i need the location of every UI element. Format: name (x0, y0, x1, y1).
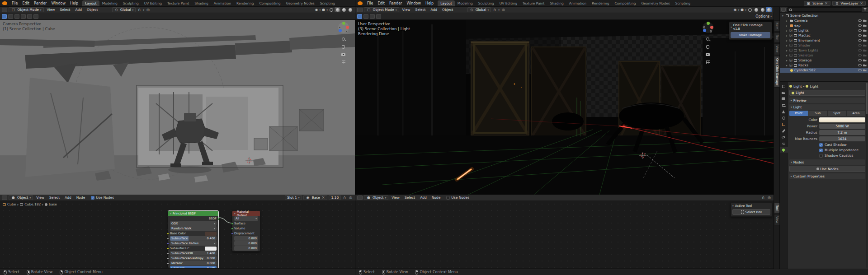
use-nodes-button[interactable]: Use Nodes (789, 166, 865, 172)
hide-eye-toggle[interactable] (858, 33, 862, 37)
render-visibility-toggle[interactable] (863, 28, 867, 33)
workspace-tab-geometry-nodes[interactable]: Geometry Nodes (638, 0, 672, 6)
panel-collapse-icon[interactable]: ▾ (732, 205, 734, 207)
menu-view[interactable]: View (390, 196, 401, 200)
subsurface-ior-socket[interactable] (167, 252, 169, 255)
outliner-row-racks[interactable]: ▸✓ Racks (780, 63, 868, 68)
gizmo-neg-x-axis[interactable] (703, 26, 705, 28)
gizmo-neg-x-axis[interactable] (339, 26, 341, 28)
render-visibility-toggle[interactable] (863, 38, 867, 42)
blender-logo-icon[interactable] (2, 1, 7, 5)
3d-viewport-right-scene[interactable] (355, 20, 774, 195)
surface-input-socket[interactable] (231, 223, 233, 225)
workspace-tab-shading[interactable]: Shading (192, 0, 211, 6)
menu-help[interactable]: Help (423, 1, 436, 5)
collection-checkbox[interactable]: ✓ (789, 29, 793, 32)
workspace-tab-rendering[interactable]: Rendering (589, 0, 612, 6)
collection-checkbox[interactable] (789, 54, 793, 57)
snap-magnet-icon[interactable]: ∩ (492, 8, 497, 12)
base-color-socket[interactable] (167, 233, 169, 235)
render-visibility-toggle[interactable] (863, 68, 867, 72)
workspace-tab-texture-paint[interactable]: Texture Paint (165, 0, 192, 6)
tool-option-icon-5[interactable] (33, 14, 38, 19)
max-bounces-field[interactable]: 1024 (819, 136, 865, 141)
properties-tab-object-data[interactable] (780, 147, 788, 153)
properties-tab-object[interactable] (780, 121, 788, 127)
node-header[interactable]: ▾Material Output (232, 211, 260, 216)
pan-hand-icon[interactable] (705, 44, 711, 50)
workspace-tab-layout[interactable]: Layout (438, 0, 455, 6)
light-color-swatch[interactable] (819, 117, 865, 122)
shading-material-button[interactable] (341, 7, 347, 12)
3d-viewport-left[interactable]: Camera Perspective (1) Scene Collection … (0, 20, 355, 195)
outliner-row-skeleton[interactable]: ▸ Skeleton (780, 53, 868, 58)
transform-orientation-dropdown[interactable]: ◇Global▾ (112, 7, 136, 12)
properties-tab-render[interactable] (780, 90, 788, 96)
workspace-tab-compositing[interactable]: Compositing (256, 0, 283, 6)
gizmo-x-axis[interactable] (710, 26, 713, 29)
render-visibility-toggle[interactable] (863, 33, 867, 37)
select-box-tool-button[interactable]: Select Box (732, 209, 770, 215)
menu-render[interactable]: Render (32, 1, 49, 5)
menu-node[interactable]: Node (75, 196, 87, 200)
subsurface-color-swatch[interactable] (205, 247, 217, 251)
specular-slider[interactable]: Specular0.500 (170, 266, 217, 268)
mode-dropdown[interactable]: ▢Object Mode▾ (364, 7, 399, 12)
hide-eye-toggle[interactable] (858, 38, 862, 42)
subsurface-slider[interactable]: Subsurface0.400 (170, 236, 217, 241)
render-visibility-toggle[interactable] (863, 63, 867, 67)
hide-eye-toggle[interactable] (858, 19, 862, 23)
tool-option-icon-4[interactable] (27, 14, 32, 19)
pan-hand-icon[interactable] (340, 44, 346, 50)
collection-checkbox[interactable]: ✓ (789, 64, 793, 67)
hide-eye-toggle[interactable] (858, 53, 862, 57)
menu-file[interactable]: File (9, 1, 20, 5)
outliner-row-storage[interactable]: ▸✓ Storage (780, 58, 868, 63)
workspace-tab-rendering[interactable]: Rendering (234, 0, 256, 6)
menu-select[interactable]: Select (403, 196, 417, 200)
subsurface-anisotropy-socket[interactable] (167, 257, 169, 260)
cast-shadow-checkbox[interactable]: ✓ (819, 143, 823, 147)
render-visibility-toggle[interactable] (863, 43, 867, 47)
camera-view-icon[interactable] (340, 51, 346, 57)
editor-type-icon[interactable] (2, 8, 7, 12)
collection-checkbox[interactable]: ✓ (789, 34, 793, 37)
material-datablock[interactable]: ◉Base× (303, 195, 328, 200)
outliner-editor-icon[interactable] (781, 8, 786, 12)
ortho-toggle-icon[interactable] (705, 59, 711, 65)
outliner-row-environment[interactable]: ▸✓ Environment (780, 38, 868, 43)
volume-input-socket[interactable] (231, 228, 233, 230)
hide-eye-toggle[interactable] (858, 48, 862, 52)
shader-type-dropdown[interactable]: ●Object▾ (364, 195, 388, 200)
snap-dropdown-caret[interactable]: ▾ (498, 9, 500, 11)
render-visibility-toggle[interactable] (863, 19, 867, 23)
tool-option-icon-1[interactable] (363, 14, 368, 19)
workspace-tab-shading[interactable]: Shading (547, 0, 566, 6)
multiple-importance-checkbox[interactable]: ✓ (819, 149, 823, 152)
workspace-tab-geometry-nodes[interactable]: Geometry Nodes (283, 0, 317, 6)
shader-node-editor-left[interactable]: Cube▸ Cube.182▸ base ▾Principled BSDF BS… (0, 201, 355, 268)
workspace-tab-uv-editing[interactable]: UV Editing (142, 0, 165, 6)
displacement-y-field[interactable]: 0.000 (234, 241, 258, 246)
sidebar-tab-one-click-damage[interactable]: One Click Damage (774, 56, 780, 88)
editor-sidebar-tab-tool[interactable]: Tool (774, 203, 780, 213)
specular-socket[interactable] (167, 267, 169, 269)
outliner-row-lights[interactable]: ▸✓ Lights (780, 28, 868, 33)
outliner-search-input[interactable] (793, 8, 860, 11)
active-tool-icon[interactable] (2, 14, 7, 19)
menu-select[interactable]: Select (58, 8, 72, 12)
blender-logo-icon[interactable] (358, 1, 363, 5)
mode-dropdown[interactable]: ▢Object Mode▾ (9, 7, 44, 12)
gizmo-toggle-icon[interactable]: ◉ (314, 8, 319, 12)
view-layer-selector[interactable]: ≣ViewLayer× (832, 1, 866, 6)
workspace-tab-scripting[interactable]: Scripting (673, 0, 693, 6)
gizmo-neg-y-axis[interactable] (345, 30, 348, 33)
shading-material-button[interactable] (760, 7, 765, 12)
panel-header-light[interactable]: ▾Light (789, 104, 865, 110)
menu-add[interactable]: Add (74, 8, 84, 12)
shader-type-dropdown[interactable]: ●Object▾ (9, 195, 33, 200)
workspace-tab-texture-paint[interactable]: Texture Paint (520, 0, 547, 6)
ortho-toggle-icon[interactable] (340, 59, 346, 65)
tool-option-icon-2[interactable] (370, 14, 375, 19)
menu-edit[interactable]: Edit (20, 1, 32, 5)
